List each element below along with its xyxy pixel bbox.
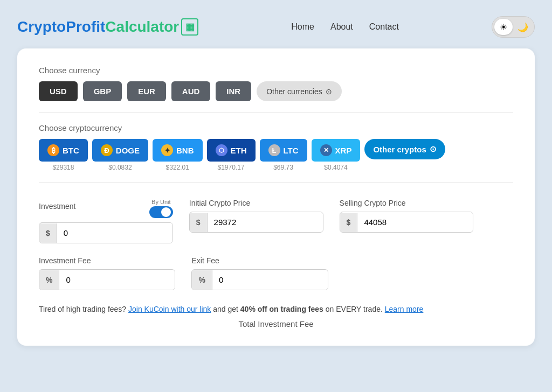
- other-cryptos-label: Other cryptos: [373, 145, 426, 154]
- main-card: Choose currency USD GBP EUR AUD INR Othe…: [17, 48, 535, 346]
- eth-label: ETH: [231, 146, 247, 155]
- doge-label: DOGE: [116, 146, 140, 155]
- btc-label: BTC: [63, 146, 79, 155]
- promo-text1: Tired of high trading fees?: [39, 305, 126, 313]
- ltc-label: LTC: [284, 146, 299, 155]
- doge-icon: Ð: [101, 144, 113, 156]
- dark-mode-button[interactable]: 🌙: [514, 19, 532, 35]
- btc-price: $29318: [52, 164, 74, 171]
- crypto-row: ₿ BTC $29318 Ð DOGE $0.0832 ✦ BNB: [39, 139, 513, 171]
- crypto-item-xrp: ✕ XRP $0.4074: [312, 139, 361, 171]
- promo-text2: and get: [213, 305, 240, 313]
- logo-crypto: Crypto: [17, 18, 66, 36]
- header: CryptoProfitCalculator ▦ Home About Cont…: [17, 11, 535, 48]
- crypto-item-btc: ₿ BTC $29318: [39, 139, 88, 171]
- crypto-item-doge: Ð DOGE $0.0832: [92, 139, 148, 171]
- exit-fee-group: Exit Fee %: [191, 256, 328, 290]
- eth-price: $1970.17: [217, 164, 244, 171]
- xrp-label: XRP: [335, 146, 352, 155]
- initial-price-group: Initial Crypto Price $: [189, 199, 323, 243]
- crypto-item-ltc: Ł LTC $69.73: [260, 139, 307, 171]
- crypto-btn-xrp[interactable]: ✕ XRP: [312, 139, 361, 162]
- crypto-btn-btc[interactable]: ₿ BTC: [39, 139, 88, 162]
- theme-toggle: ☀ 🌙: [492, 16, 535, 38]
- selling-price-input-wrapper: $: [340, 212, 474, 233]
- currency-btn-eur[interactable]: EUR: [127, 81, 166, 101]
- currency-btn-inr[interactable]: INR: [216, 81, 251, 101]
- exit-fee-prefix: %: [192, 270, 212, 290]
- investment-group: Investment By Unit $: [39, 199, 173, 243]
- nav: Home About Contact: [291, 22, 399, 32]
- selling-price-input[interactable]: [357, 212, 473, 232]
- currency-btn-gbp[interactable]: GBP: [83, 81, 122, 101]
- selling-price-group: Selling Crypto Price $: [340, 199, 474, 243]
- currency-row: USD GBP EUR AUD INR Other currencies ⊙: [39, 81, 513, 101]
- crypto-item-bnb: ✦ BNB $322.01: [153, 139, 203, 171]
- investment-label-row: Investment By Unit: [39, 199, 173, 218]
- promo-link-learn-more[interactable]: Learn more: [385, 305, 424, 313]
- crypto-btn-others[interactable]: Other cryptos ⊙: [364, 139, 445, 159]
- currency-section: Choose currency USD GBP EUR AUD INR Othe…: [39, 66, 513, 101]
- crypto-btn-bnb[interactable]: ✦ BNB: [153, 139, 203, 162]
- calculator-icon: ▦: [181, 18, 198, 36]
- total-investment-fee-label: Total Investment Fee: [39, 319, 513, 328]
- selling-price-prefix: $: [340, 213, 358, 232]
- selling-price-label: Selling Crypto Price: [340, 199, 474, 207]
- crypto-item-eth: ⬡ ETH $1970.17: [207, 139, 256, 171]
- investment-fee-prefix: %: [39, 270, 59, 290]
- crypto-section-label: Choose cryptocurrency: [39, 123, 513, 132]
- bnb-label: BNB: [176, 146, 194, 155]
- currency-section-label: Choose currency: [39, 66, 513, 75]
- initial-price-label: Initial Crypto Price: [189, 199, 323, 207]
- toggle-slider: [149, 206, 173, 218]
- currency-btn-usd[interactable]: USD: [39, 81, 78, 101]
- xrp-price: $0.4074: [324, 164, 347, 171]
- crypto-section: Choose cryptocurrency ₿ BTC $29318 Ð DOG…: [39, 123, 513, 171]
- exit-fee-label: Exit Fee: [191, 256, 328, 265]
- form-row-2: Investment Fee % Exit Fee %: [39, 256, 513, 290]
- light-mode-button[interactable]: ☀: [494, 19, 513, 35]
- logo: CryptoProfitCalculator ▦: [17, 18, 198, 36]
- by-unit-toggle[interactable]: [149, 206, 173, 218]
- doge-price: $0.0832: [108, 164, 132, 171]
- eth-icon: ⬡: [216, 144, 227, 156]
- nav-about[interactable]: About: [330, 22, 353, 32]
- nav-contact[interactable]: Contact: [369, 22, 399, 32]
- crypto-btn-ltc[interactable]: Ł LTC: [260, 139, 307, 162]
- investment-fee-group: Investment Fee %: [39, 256, 175, 290]
- form-row-1: Investment By Unit $: [39, 199, 513, 243]
- investment-fee-input[interactable]: [59, 270, 175, 290]
- promo-bold: 40% off on trading fees: [240, 305, 323, 313]
- investment-fee-input-wrapper: %: [39, 269, 175, 290]
- bnb-icon: ✦: [161, 144, 173, 156]
- other-currencies-label: Other currencies: [266, 87, 322, 96]
- logo-calculator: Calculator: [105, 18, 179, 36]
- exit-fee-input[interactable]: [212, 270, 328, 290]
- promo-text: Tired of high trading fees? Join KuCoin …: [39, 303, 513, 315]
- investment-fee-label: Investment Fee: [39, 256, 175, 265]
- by-unit-toggle-container: By Unit: [149, 199, 173, 218]
- initial-price-input-wrapper: $: [189, 212, 323, 233]
- other-cryptos-chevron-icon: ⊙: [430, 144, 437, 154]
- currency-btn-aud[interactable]: AUD: [171, 81, 211, 101]
- crypto-btn-doge[interactable]: Ð DOGE: [92, 139, 148, 162]
- ltc-price: $69.73: [273, 164, 293, 171]
- promo-text3: on EVERY trade.: [326, 305, 383, 313]
- investment-input[interactable]: [57, 223, 172, 243]
- btc-icon: ₿: [47, 144, 59, 156]
- initial-price-input[interactable]: [208, 212, 323, 232]
- promo-link-kucoin[interactable]: Join KuCoin with our link: [128, 305, 211, 313]
- crypto-btn-eth[interactable]: ⬡ ETH: [207, 139, 256, 162]
- nav-home[interactable]: Home: [291, 22, 314, 32]
- investment-input-wrapper: $: [39, 222, 173, 243]
- by-unit-label: By Unit: [151, 199, 170, 205]
- investment-prefix: $: [39, 223, 57, 243]
- exit-fee-input-wrapper: %: [191, 269, 328, 290]
- crypto-item-others: Other cryptos ⊙: [364, 139, 445, 159]
- chevron-down-icon: ⊙: [326, 87, 332, 96]
- currency-btn-other[interactable]: Other currencies ⊙: [257, 81, 341, 101]
- investment-label: Investment: [39, 202, 75, 211]
- xrp-icon: ✕: [320, 144, 332, 156]
- form-section: Investment By Unit $: [39, 199, 513, 290]
- logo-profit: Profit: [66, 18, 105, 36]
